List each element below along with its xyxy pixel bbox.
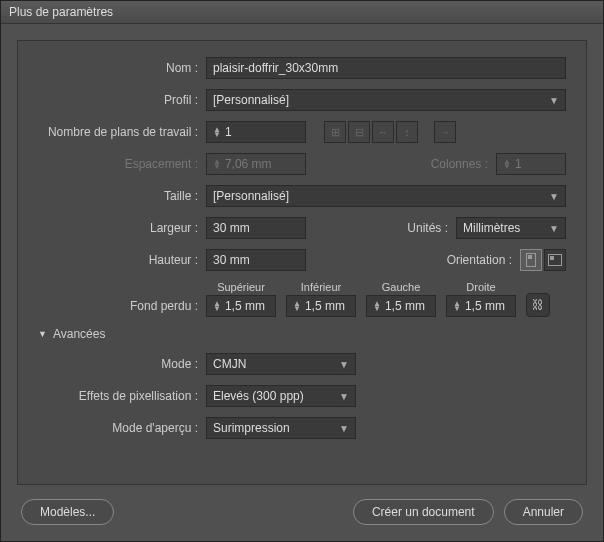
disclosure-triangle-icon: ▼ — [38, 329, 47, 339]
arrange-right-icon[interactable]: ↔ — [372, 121, 394, 143]
settings-panel: Nom : Profil : [Personnalisé] ▼ Nombre d… — [17, 40, 587, 485]
chevron-down-icon: ▼ — [549, 95, 559, 106]
chevron-down-icon: ▼ — [339, 391, 349, 402]
bleed-right-value: 1,5 mm — [465, 299, 505, 313]
cancel-button[interactable]: Annuler — [504, 499, 583, 525]
bleed-top-value: 1,5 mm — [225, 299, 265, 313]
bleed-top-spinner[interactable]: ▲▼ 1,5 mm — [206, 295, 276, 317]
spacing-label: Espacement : — [38, 157, 198, 171]
units-select[interactable]: Millimètres ▼ — [456, 217, 566, 239]
profile-select[interactable]: [Personnalisé] ▼ — [206, 89, 566, 111]
size-label: Taille : — [38, 189, 198, 203]
bleed-right-spinner[interactable]: ▲▼ 1,5 mm — [446, 295, 516, 317]
artboards-spinner[interactable]: ▲▼ 1 — [206, 121, 306, 143]
spacing-spinner: ▲▼ 7,06 mm — [206, 153, 306, 175]
bleed-bottom-spinner[interactable]: ▲▼ 1,5 mm — [286, 295, 356, 317]
spinner-arrows-icon: ▲▼ — [213, 127, 221, 137]
dialog-window: Plus de paramètres Nom : Profil : [Perso… — [0, 0, 604, 542]
bleed-left-spinner[interactable]: ▲▼ 1,5 mm — [366, 295, 436, 317]
bleed-bottom-label: Inférieur — [301, 281, 341, 293]
grid-by-col-icon[interactable]: ⊟ — [348, 121, 370, 143]
orientation-landscape-button[interactable] — [544, 249, 566, 271]
title-bar: Plus de paramètres — [1, 1, 603, 24]
chevron-down-icon: ▼ — [339, 359, 349, 370]
templates-button[interactable]: Modèles... — [21, 499, 114, 525]
link-bleed-button[interactable]: ⛓ — [526, 293, 550, 317]
window-title: Plus de paramètres — [9, 5, 113, 19]
orientation-label: Orientation : — [447, 253, 512, 267]
width-label: Largeur : — [38, 221, 198, 235]
name-input[interactable] — [206, 57, 566, 79]
arrange-down-icon[interactable]: ↕ — [396, 121, 418, 143]
height-input[interactable] — [206, 249, 306, 271]
content-area: Nom : Profil : [Personnalisé] ▼ Nombre d… — [1, 24, 603, 541]
advanced-label: Avancées — [53, 327, 105, 341]
profile-value: [Personnalisé] — [213, 93, 289, 107]
bleed-bottom-value: 1,5 mm — [305, 299, 345, 313]
link-icon: ⛓ — [532, 298, 544, 312]
arrow-right-icon[interactable]: → — [434, 121, 456, 143]
landscape-icon — [548, 254, 562, 266]
chevron-down-icon: ▼ — [549, 191, 559, 202]
advanced-header[interactable]: ▼ Avancées — [38, 327, 566, 341]
bleed-left-value: 1,5 mm — [385, 299, 425, 313]
spinner-arrows-icon: ▲▼ — [373, 301, 381, 311]
columns-label: Colonnes : — [431, 157, 488, 171]
units-label: Unités : — [407, 221, 448, 235]
chevron-down-icon: ▼ — [339, 423, 349, 434]
width-input[interactable] — [206, 217, 306, 239]
name-label: Nom : — [38, 61, 198, 75]
profile-label: Profil : — [38, 93, 198, 107]
columns-spinner: ▲▼ 1 — [496, 153, 566, 175]
spacing-value: 7,06 mm — [225, 157, 272, 171]
mode-label: Mode : — [38, 357, 198, 371]
bleed-right-label: Droite — [466, 281, 495, 293]
spinner-arrows-icon: ▲▼ — [503, 159, 511, 169]
raster-label: Effets de pixellisation : — [38, 389, 198, 403]
grid-by-row-icon[interactable]: ⊞ — [324, 121, 346, 143]
bleed-label: Fond perdu : — [38, 299, 198, 317]
artboards-label: Nombre de plans de travail : — [38, 125, 198, 139]
preview-select[interactable]: Surimpression ▼ — [206, 417, 356, 439]
spinner-arrows-icon: ▲▼ — [453, 301, 461, 311]
spinner-arrows-icon: ▲▼ — [213, 159, 221, 169]
size-value: [Personnalisé] — [213, 189, 289, 203]
raster-value: Elevés (300 ppp) — [213, 389, 304, 403]
spinner-arrows-icon: ▲▼ — [293, 301, 301, 311]
footer: Modèles... Créer un document Annuler — [17, 485, 587, 525]
create-document-button[interactable]: Créer un document — [353, 499, 494, 525]
chevron-down-icon: ▼ — [549, 223, 559, 234]
preview-value: Surimpression — [213, 421, 290, 435]
raster-select[interactable]: Elevés (300 ppp) ▼ — [206, 385, 356, 407]
orientation-portrait-button[interactable] — [520, 249, 542, 271]
bleed-left-label: Gauche — [382, 281, 421, 293]
mode-select[interactable]: CMJN ▼ — [206, 353, 356, 375]
columns-value: 1 — [515, 157, 522, 171]
preview-label: Mode d'aperçu : — [38, 421, 198, 435]
units-value: Millimètres — [463, 221, 520, 235]
mode-value: CMJN — [213, 357, 246, 371]
size-select[interactable]: [Personnalisé] ▼ — [206, 185, 566, 207]
spinner-arrows-icon: ▲▼ — [213, 301, 221, 311]
height-label: Hauteur : — [38, 253, 198, 267]
artboards-value: 1 — [225, 125, 232, 139]
portrait-icon — [526, 253, 536, 267]
bleed-top-label: Supérieur — [217, 281, 265, 293]
